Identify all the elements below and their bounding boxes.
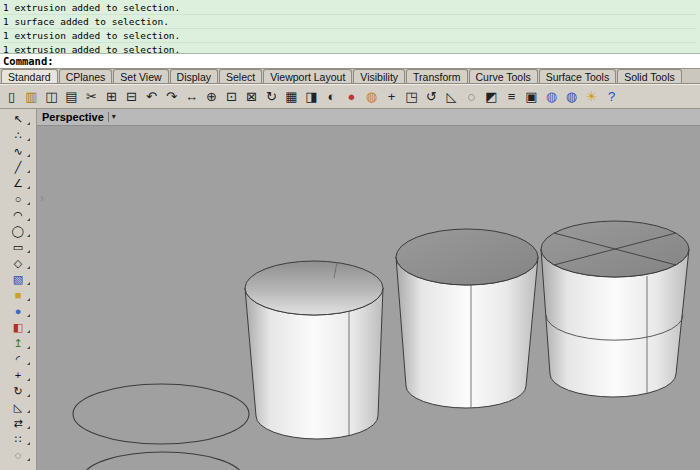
named-view-icon[interactable]: ◨	[302, 87, 321, 107]
material-globe-icon[interactable]: ◍	[542, 87, 561, 107]
point-icon[interactable]: ∴	[5, 127, 32, 143]
surface-icon[interactable]: ▧	[5, 271, 32, 287]
pan-icon[interactable]: ↔	[182, 87, 201, 107]
main-area: ↖ ∴ ∿ ╱ ∠ ○ ◠ ◯ ▭ ◇ ▧ ■ ● ◧ ↥ ◜	[0, 109, 700, 470]
zoom-extents-icon[interactable]: ⊠	[242, 87, 261, 107]
tab-cplanes[interactable]: CPlanes	[59, 69, 113, 83]
shade-icon[interactable]: ◐	[322, 87, 341, 107]
rotate-icon[interactable]: ↺	[422, 87, 441, 107]
cylinder-capped-isocurves[interactable]	[541, 221, 689, 397]
circle-curve[interactable]	[73, 384, 249, 444]
arc-icon[interactable]: ◠	[5, 207, 32, 223]
tab-viewport-layout[interactable]: Viewport Layout	[263, 69, 352, 83]
rotate-tool-icon[interactable]: ↻	[5, 383, 32, 399]
toolbar-tab-bar: Standard CPlanes Set View Display Select…	[0, 69, 700, 84]
sun-icon[interactable]: ☀	[582, 87, 601, 107]
hide-icon[interactable]: ◌	[462, 87, 481, 107]
tab-solid-tools[interactable]: Solid Tools	[617, 69, 682, 83]
layers-icon[interactable]: ≡	[502, 87, 521, 107]
cylinder-open-top[interactable]	[245, 261, 383, 439]
save-icon[interactable]: ◫	[42, 87, 61, 107]
render-preview-icon[interactable]: ◍	[362, 87, 381, 107]
undo-icon[interactable]: ↶	[142, 87, 161, 107]
circle-icon[interactable]: ○	[5, 191, 32, 207]
properties-icon[interactable]: ▣	[522, 87, 541, 107]
move-tool-icon[interactable]: +	[5, 367, 32, 383]
command-history-line: 1 extrusion added to selection.	[3, 1, 697, 15]
mirror-tool-icon[interactable]: ⇄	[5, 415, 32, 431]
scale-icon[interactable]: ◺	[442, 87, 461, 107]
line-icon[interactable]: ╱	[5, 159, 32, 175]
standard-toolbar: ▯ ▥ ◫ ▤ ✂ ⊞ ⊟ ↶ ↷ ↔ ⊕ ⊡ ⊠ ↻ ▦ ◨ ◐ ● ◍ + …	[0, 84, 700, 109]
solid-sphere-icon[interactable]: ●	[5, 303, 32, 319]
viewport-layout-icon[interactable]: ▦	[282, 87, 301, 107]
perspective-viewport[interactable]: Perspective ▾	[37, 109, 700, 470]
zoom-dynamic-icon[interactable]: ⊕	[202, 87, 221, 107]
tab-display[interactable]: Display	[170, 69, 218, 83]
help-icon[interactable]: ?	[602, 87, 621, 107]
side-tool-palette: ↖ ∴ ∿ ╱ ∠ ○ ◠ ◯ ▭ ◇ ▧ ■ ● ◧ ↥ ◜	[0, 109, 37, 470]
cut-icon[interactable]: ✂	[82, 87, 101, 107]
tab-select[interactable]: Select	[219, 69, 262, 83]
render-icon[interactable]: ●	[342, 87, 361, 107]
solid-box-icon[interactable]: ■	[5, 287, 32, 303]
move-icon[interactable]: +	[382, 87, 401, 107]
select-arrow-icon[interactable]: ↖	[5, 111, 32, 127]
new-file-icon[interactable]: ▯	[2, 87, 21, 107]
visibility-tool-icon[interactable]: ◌	[5, 447, 32, 463]
tab-visibility[interactable]: Visibility	[353, 69, 405, 83]
zoom-window-icon[interactable]: ⊡	[222, 87, 241, 107]
polygon-icon[interactable]: ◇	[5, 255, 32, 271]
circle-curve-clipped[interactable]	[83, 452, 243, 470]
tab-set-view[interactable]: Set View	[113, 69, 168, 83]
command-history-line: 1 surface added to selection.	[3, 15, 697, 29]
scale-tool-icon[interactable]: ◺	[5, 399, 32, 415]
viewport-canvas[interactable]: ›	[37, 126, 700, 470]
environment-globe-icon[interactable]: ◍	[562, 87, 581, 107]
polyline-icon[interactable]: ∠	[5, 175, 32, 191]
redo-icon[interactable]: ↷	[162, 87, 181, 107]
open-file-icon[interactable]: ▥	[22, 87, 41, 107]
copy-object-icon[interactable]: ◳	[402, 87, 421, 107]
viewport-menu-caret-icon[interactable]: ▾	[108, 112, 116, 122]
palette-overflow-arrow-icon: ›	[40, 191, 44, 205]
ellipse-icon[interactable]: ◯	[5, 223, 32, 239]
command-prompt-label: Command:	[3, 55, 54, 67]
print-icon[interactable]: ▤	[62, 87, 81, 107]
lock-icon[interactable]: ◩	[482, 87, 501, 107]
command-prompt[interactable]: Command:	[0, 54, 700, 69]
rotate-view-icon[interactable]: ↻	[262, 87, 281, 107]
tab-standard[interactable]: Standard	[1, 69, 58, 83]
paste-icon[interactable]: ⊟	[122, 87, 141, 107]
command-history-line: 1 extrusion added to selection.	[3, 29, 697, 43]
cylinder-capped[interactable]	[396, 229, 538, 408]
tab-transform[interactable]: Transform	[406, 69, 467, 83]
viewport-title[interactable]: Perspective	[42, 111, 104, 123]
viewport-title-bar[interactable]: Perspective ▾	[37, 109, 700, 126]
boolean-union-icon[interactable]: ◧	[5, 319, 32, 335]
curve-icon[interactable]: ∿	[5, 143, 32, 159]
extrude-solid-icon[interactable]: ↥	[5, 335, 32, 351]
fillet-edge-icon[interactable]: ◜	[5, 351, 32, 367]
rectangle-icon[interactable]: ▭	[5, 239, 32, 255]
copy-icon[interactable]: ⊞	[102, 87, 121, 107]
tab-surface-tools[interactable]: Surface Tools	[539, 69, 616, 83]
array-tool-icon[interactable]: ∷	[5, 431, 32, 447]
tab-curve-tools[interactable]: Curve Tools	[469, 69, 538, 83]
command-history: 1 extrusion added to selection. 1 surfac…	[0, 0, 700, 54]
